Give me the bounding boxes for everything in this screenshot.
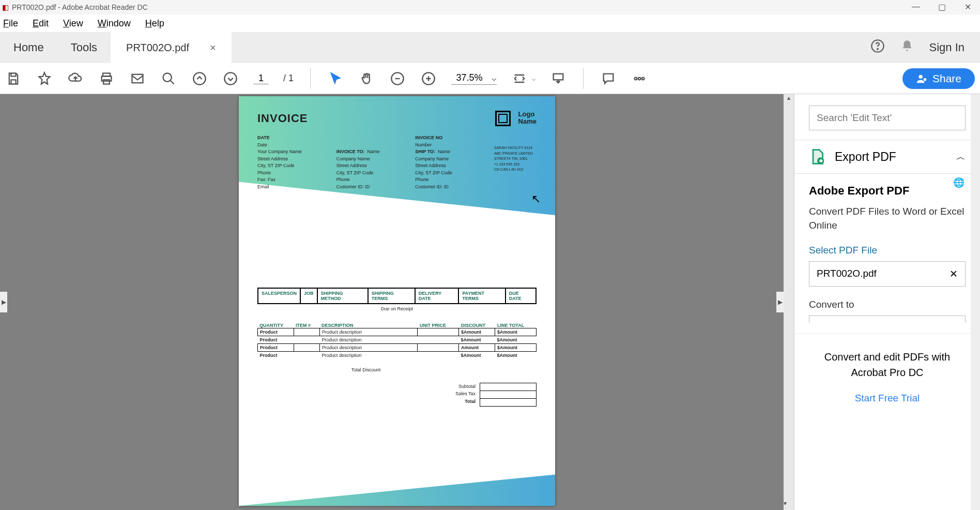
page-number-input[interactable] bbox=[253, 73, 269, 84]
start-trial-link[interactable]: Start Free Trial bbox=[855, 393, 920, 403]
expand-left-panel-icon[interactable]: ▶ bbox=[0, 292, 7, 312]
hand-tool-icon[interactable] bbox=[358, 70, 375, 87]
print-icon[interactable] bbox=[98, 70, 115, 87]
search-icon[interactable] bbox=[160, 70, 177, 87]
bell-icon[interactable] bbox=[900, 39, 914, 56]
svg-rect-11 bbox=[554, 73, 563, 80]
zoom-value: 37.5% bbox=[451, 72, 487, 83]
save-icon[interactable] bbox=[5, 70, 22, 87]
help-icon[interactable] bbox=[870, 39, 885, 56]
toolbar: / 1 37.5% ⌵ ⌵ Share bbox=[0, 63, 980, 94]
maximize-button[interactable]: ▢ bbox=[937, 2, 947, 12]
totals-block: Subtotal Sales Tax Total bbox=[257, 383, 537, 406]
promo-panel: Convert and edit PDFs with Acrobat Pro D… bbox=[794, 333, 980, 416]
svg-point-16 bbox=[924, 78, 927, 81]
expand-right-panel-icon[interactable]: ▶ bbox=[776, 292, 784, 312]
star-icon[interactable] bbox=[36, 70, 53, 87]
table-row: ProductProduct description$Amount$Amount bbox=[258, 328, 537, 336]
export-section-title: Adobe Export PDF bbox=[809, 184, 966, 198]
export-pdf-title: Export PDF bbox=[835, 150, 947, 164]
line-items-header: QUANTITY ITEM # DESCRIPTION UNIT PRICE D… bbox=[257, 323, 537, 328]
page-up-icon[interactable] bbox=[191, 70, 208, 87]
order-info-table: SALESPERSON JOB SHIPPING METHOD SHIPPING… bbox=[257, 288, 537, 304]
scroll-down-icon[interactable]: ▾ bbox=[784, 500, 787, 510]
export-section-desc: Convert PDF Files to Word or Excel Onlin… bbox=[809, 205, 966, 232]
menu-help[interactable]: Help bbox=[145, 18, 164, 29]
invoice-to-label: INVOICE TO: bbox=[336, 149, 365, 154]
menu-window[interactable]: Window bbox=[98, 18, 131, 29]
svg-point-1 bbox=[877, 49, 878, 50]
tab-close-icon[interactable]: × bbox=[210, 42, 216, 54]
main-area: ▶ ▴ ▾ ▶ INVOICE LogoName DATE Date Your … bbox=[0, 94, 980, 510]
logo-icon bbox=[495, 111, 511, 126]
date-value: Date bbox=[257, 142, 328, 149]
close-window-button[interactable]: ✕ bbox=[962, 2, 973, 12]
fit-width-icon[interactable] bbox=[511, 70, 528, 87]
svg-rect-5 bbox=[132, 74, 143, 82]
web-convert-icon[interactable]: 🌐 bbox=[953, 177, 964, 188]
due-on-receipt: Due on Receipt bbox=[257, 306, 537, 311]
share-button[interactable]: Share bbox=[902, 68, 975, 89]
date-label: DATE bbox=[257, 134, 328, 142]
export-pdf-header[interactable]: Export PDF ︿ bbox=[794, 140, 980, 174]
invoice-no-label: INVOICE NO bbox=[415, 134, 486, 142]
zoom-dropdown[interactable]: 37.5% ⌵ bbox=[451, 72, 497, 85]
convert-to-label: Convert to bbox=[809, 299, 966, 310]
chevron-down-icon: ⌵ bbox=[492, 73, 497, 83]
app-icon: ◧ bbox=[2, 3, 9, 11]
svg-point-13 bbox=[638, 77, 641, 80]
table-row: ProductProduct description$Amount$Amount bbox=[258, 352, 537, 359]
right-panel: Export PDF ︿ 🌐 Adobe Export PDF Convert … bbox=[794, 94, 980, 510]
cloud-upload-icon[interactable] bbox=[67, 70, 84, 87]
promo-title: Convert and edit PDFs with Acrobat Pro D… bbox=[807, 349, 968, 380]
menu-edit[interactable]: Edit bbox=[33, 18, 49, 29]
page-down-icon[interactable] bbox=[222, 70, 239, 87]
export-pdf-icon bbox=[809, 148, 825, 165]
search-tools-input[interactable] bbox=[809, 106, 966, 130]
invoice-heading: INVOICE bbox=[257, 112, 537, 125]
svg-point-12 bbox=[635, 77, 637, 80]
svg-point-8 bbox=[224, 72, 236, 84]
svg-point-14 bbox=[642, 77, 645, 80]
total-discount-label: Total Discount bbox=[257, 367, 474, 372]
scroll-up-icon[interactable]: ▴ bbox=[784, 94, 794, 104]
page-total-label: / 1 bbox=[283, 73, 294, 84]
selection-tool-icon[interactable] bbox=[327, 70, 344, 87]
svg-point-6 bbox=[163, 73, 172, 81]
tab-file-label: PRT002O.pdf bbox=[126, 42, 189, 54]
title-bar: ◧ PRT002O.pdf - Adobe Acrobat Reader DC … bbox=[0, 0, 980, 14]
menu-view[interactable]: View bbox=[63, 18, 83, 29]
mail-icon[interactable] bbox=[129, 70, 146, 87]
tab-tools[interactable]: Tools bbox=[57, 32, 111, 63]
selected-file-chip[interactable]: PRT002O.pdf ✕ bbox=[809, 261, 966, 287]
document-viewport[interactable]: ▶ ▴ ▾ ▶ INVOICE LogoName DATE Date Your … bbox=[0, 94, 794, 510]
logo-text: LogoName bbox=[518, 111, 537, 126]
invoice-no-value: Number bbox=[415, 142, 486, 149]
window-title: PRT002O.pdf - Adobe Acrobat Reader DC bbox=[12, 3, 148, 11]
vertical-scrollbar[interactable]: ▴ ▾ bbox=[784, 94, 794, 510]
zoom-out-icon[interactable] bbox=[389, 70, 406, 87]
clear-file-icon[interactable]: ✕ bbox=[950, 268, 958, 280]
minimize-button[interactable]: — bbox=[911, 2, 921, 12]
fit-dropdown-icon[interactable]: ⌵ bbox=[532, 75, 535, 82]
line-items-table: ProductProduct description$Amount$Amount… bbox=[257, 328, 537, 359]
menu-file[interactable]: File bbox=[3, 18, 18, 29]
more-tools-icon[interactable] bbox=[631, 70, 648, 87]
select-file-label: Select PDF File bbox=[809, 245, 966, 256]
tab-file[interactable]: PRT002O.pdf × bbox=[111, 32, 232, 63]
menu-bar: File Edit View Window Help bbox=[0, 14, 980, 32]
convert-to-dropdown[interactable] bbox=[809, 316, 966, 323]
panel-scrollbar[interactable] bbox=[971, 94, 980, 510]
svg-point-7 bbox=[193, 72, 205, 84]
svg-point-15 bbox=[918, 74, 922, 78]
comment-icon[interactable] bbox=[600, 70, 617, 87]
tab-home[interactable]: Home bbox=[0, 32, 57, 63]
chevron-up-icon: ︿ bbox=[956, 151, 966, 163]
sign-in-link[interactable]: Sign In bbox=[929, 41, 965, 54]
table-row: ProductProduct description$Amount$Amount bbox=[258, 336, 537, 344]
zoom-in-icon[interactable] bbox=[420, 70, 437, 87]
ship-to-label: SHIP TO: bbox=[415, 149, 435, 154]
share-person-icon bbox=[916, 73, 927, 84]
read-mode-icon[interactable] bbox=[550, 70, 566, 87]
selected-file-name: PRT002O.pdf bbox=[817, 268, 877, 280]
